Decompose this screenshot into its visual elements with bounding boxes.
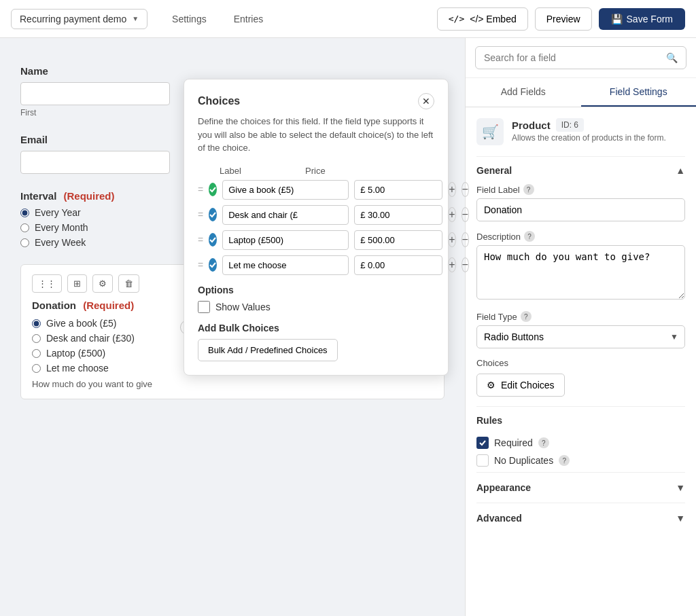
- advanced-section-header[interactable]: Advanced ▼: [476, 503, 685, 533]
- choices-group: Choices ⚙ Edit Choices: [476, 358, 685, 397]
- choice-label-input-0[interactable]: [222, 180, 349, 200]
- show-values-label: Show Values: [215, 302, 271, 312]
- choice-price-input-1[interactable]: [354, 205, 442, 225]
- form-name: Recurring payment demo: [20, 14, 126, 24]
- required-rule-item: Required ?: [476, 437, 685, 449]
- name-input[interactable]: [20, 82, 170, 105]
- choice-label-input-1[interactable]: [222, 205, 349, 225]
- interval-required: (Required): [64, 190, 115, 202]
- field-label-help-icon[interactable]: ?: [523, 184, 534, 195]
- field-type-group: Field Type ? Radio Buttons Checkboxes Se…: [476, 311, 685, 348]
- choice-add-3[interactable]: +: [448, 257, 455, 272]
- choices-modal: Choices ✕ Define the choices for this fi…: [184, 79, 449, 376]
- choice-check-3[interactable]: [209, 258, 217, 272]
- product-info: 🛒 Product ID: 6 Allows the creation of p…: [476, 118, 685, 145]
- rules-title: Rules: [476, 415, 502, 426]
- choice-price-input-3[interactable]: [354, 255, 442, 275]
- rules-section-header[interactable]: Rules: [476, 406, 685, 434]
- donation-required-text: (Required): [83, 300, 134, 311]
- required-help-icon[interactable]: ?: [538, 437, 549, 448]
- settings-button[interactable]: ⚙: [92, 274, 113, 293]
- advanced-toggle-icon: ▼: [676, 513, 685, 524]
- modal-description: Define the choices for this field. If th…: [198, 115, 434, 155]
- options-section: Options Show Values: [198, 285, 434, 313]
- description-textarea[interactable]: How much do you want to give?: [476, 245, 685, 300]
- drag-handle-button[interactable]: ⋮⋮: [32, 274, 62, 293]
- choice-check-1[interactable]: [209, 208, 217, 221]
- general-title: General: [476, 165, 512, 176]
- nav-tabs: Settings Entries: [158, 8, 277, 30]
- required-checkbox[interactable]: [476, 437, 489, 449]
- choice-price-input-0[interactable]: [354, 180, 442, 200]
- field-label-label: Field Label ?: [476, 184, 685, 195]
- choice-remove-3[interactable]: −: [462, 257, 469, 272]
- bulk-add-button[interactable]: Bulk Add / Predefined Choices: [198, 339, 338, 361]
- col-label-header: Label: [220, 166, 300, 176]
- choice-price-input-2[interactable]: [354, 230, 442, 250]
- choice-remove-0[interactable]: −: [462, 182, 469, 197]
- show-values-row: Show Values: [198, 301, 434, 313]
- bulk-section: Add Bulk Choices Bulk Add / Predefined C…: [198, 323, 434, 361]
- choice-label-input-3[interactable]: [222, 255, 349, 275]
- topbar-left: Recurring payment demo ▼ Settings Entrie…: [11, 8, 277, 30]
- choice-row-0: = + −: [198, 180, 434, 200]
- search-input[interactable]: [484, 52, 661, 63]
- description-group: Description ? How much do you want to gi…: [476, 231, 685, 302]
- main-layout: Name First Email Interval (Required) Eve…: [0, 38, 696, 616]
- field-label-input[interactable]: [476, 198, 685, 221]
- field-type-help-icon[interactable]: ?: [521, 311, 532, 322]
- name-label: Name: [20, 65, 445, 77]
- appearance-section-header[interactable]: Appearance ▼: [476, 472, 685, 503]
- choice-check-2[interactable]: [209, 233, 217, 247]
- col-actions-header: [399, 166, 434, 176]
- panel-content: 🛒 Product ID: 6 Allows the creation of p…: [466, 107, 696, 616]
- drag-handle-2[interactable]: =: [198, 234, 203, 245]
- email-input[interactable]: [20, 151, 170, 174]
- drag-handle-1[interactable]: =: [198, 209, 203, 220]
- required-label: Required: [494, 437, 533, 448]
- search-icon: 🔍: [666, 52, 678, 63]
- field-type-label: Field Type ?: [476, 311, 685, 322]
- field-type-select-wrap: Radio Buttons Checkboxes Select ▼: [476, 325, 685, 348]
- drag-handle-0[interactable]: =: [198, 184, 203, 195]
- tab-add-fields[interactable]: Add Fields: [466, 78, 581, 107]
- choice-add-2[interactable]: +: [448, 232, 455, 247]
- field-label-group: Field Label ?: [476, 184, 685, 221]
- delete-button[interactable]: 🗑: [118, 274, 139, 293]
- choice-add-1[interactable]: +: [448, 207, 455, 222]
- no-duplicates-help-icon[interactable]: ?: [559, 455, 570, 466]
- drag-handle-3[interactable]: =: [198, 259, 203, 270]
- modal-header: Choices ✕: [198, 93, 434, 109]
- topbar: Recurring payment demo ▼ Settings Entrie…: [0, 0, 696, 38]
- choice-check-0[interactable]: [209, 183, 217, 196]
- choice-label-input-2[interactable]: [222, 230, 349, 250]
- choice-add-0[interactable]: +: [448, 182, 455, 197]
- chevron-down-icon: ▼: [132, 15, 139, 22]
- embed-button[interactable]: </> </> Embed: [437, 7, 528, 31]
- add-field-button[interactable]: ⊞: [67, 274, 87, 293]
- form-selector[interactable]: Recurring payment demo ▼: [11, 9, 147, 29]
- nav-tab-settings[interactable]: Settings: [158, 8, 220, 30]
- no-duplicates-rule-item: No Duplicates ?: [476, 454, 685, 467]
- field-type-select[interactable]: Radio Buttons Checkboxes Select: [476, 325, 685, 348]
- edit-choices-button[interactable]: ⚙ Edit Choices: [476, 374, 565, 397]
- show-values-checkbox[interactable]: [198, 301, 210, 313]
- product-name: Product: [512, 120, 551, 131]
- choice-remove-1[interactable]: −: [462, 207, 469, 222]
- general-section-header[interactable]: General ▲: [476, 156, 685, 184]
- no-duplicates-checkbox[interactable]: [476, 454, 489, 467]
- modal-close-button[interactable]: ✕: [418, 93, 434, 109]
- modal-title: Choices: [198, 95, 240, 107]
- choices-section-label: Choices: [476, 358, 685, 368]
- product-icon: 🛒: [476, 118, 504, 145]
- description-help-icon[interactable]: ?: [524, 231, 535, 242]
- tab-field-settings[interactable]: Field Settings: [581, 78, 697, 107]
- preview-button[interactable]: Preview: [535, 7, 592, 31]
- save-button[interactable]: 💾 Save Form: [599, 8, 685, 30]
- choice-row-2: = + −: [198, 230, 434, 250]
- choice-row-3: = + −: [198, 255, 434, 275]
- choice-remove-2[interactable]: −: [462, 232, 469, 247]
- embed-label: </> Embed: [470, 14, 517, 24]
- search-bar: 🔍: [466, 38, 696, 78]
- nav-tab-entries[interactable]: Entries: [220, 8, 277, 30]
